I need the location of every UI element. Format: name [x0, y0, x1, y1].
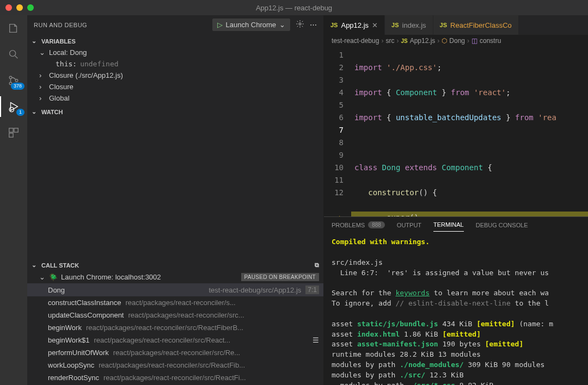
breadcrumb[interactable]: test-react-debug› src› JS App12.js› ⬡ Do…: [324, 35, 588, 47]
svg-rect-7: [9, 133, 13, 137]
chevron-down-icon: ⌄: [39, 273, 46, 281]
extensions-icon[interactable]: [6, 125, 21, 140]
close-window[interactable]: [5, 4, 12, 11]
panel-tab-problems[interactable]: PROBLEMS 888: [332, 221, 385, 232]
svg-rect-5: [9, 128, 13, 132]
pause-status: PAUSED ON BREAKPOINT: [241, 273, 319, 281]
svg-rect-6: [14, 128, 18, 132]
bug-icon: 🪲: [49, 273, 58, 281]
stack-frame[interactable]: performUnitOfWork react/packages/react-r…: [27, 346, 323, 359]
chevron-down-icon: ⌄: [32, 262, 38, 269]
chevron-right-icon: ›: [39, 83, 46, 91]
scope-closure-file[interactable]: › Closure (./src/App12.js): [27, 70, 323, 81]
tab-reactfiber[interactable]: JS ReactFiberClassCo: [433, 15, 519, 35]
class-icon: ⬡: [442, 37, 447, 45]
bottom-panel: PROBLEMS 888 OUTPUT TERMINAL DEBUG CONSO…: [324, 216, 588, 385]
sidebar-title: RUN AND DEBUG: [34, 22, 207, 28]
chevron-down-icon: ⌄: [279, 21, 285, 29]
js-file-icon: JS: [330, 22, 338, 28]
watch-section-header[interactable]: ⌄ WATCH: [27, 106, 323, 117]
stack-frame[interactable]: constructClassInstance react/packages/re…: [27, 296, 323, 309]
scm-badge: 378: [11, 83, 24, 90]
execution-pointer-icon: ▷: [339, 212, 344, 216]
chevron-right-icon: ›: [39, 94, 46, 102]
panel-tab-debug-console[interactable]: DEBUG CONSOLE: [476, 221, 528, 232]
stack-frame[interactable]: beginWork react/packages/react-reconcile…: [27, 321, 323, 334]
terminal-output[interactable]: Compiled with warnings. src/index.js Lin…: [324, 232, 588, 385]
editor-tabs: JS App12.js ✕ JS index.js JS ReactFiberC…: [324, 15, 588, 35]
tab-app12[interactable]: JS App12.js ✕: [324, 15, 385, 35]
stack-frame[interactable]: beginWork$1 react/packages/react-reconci…: [27, 334, 323, 346]
titlebar: App12.js — react-debug: [0, 0, 588, 15]
js-file-icon: JS: [440, 22, 447, 28]
activity-bar: 378 1: [0, 15, 27, 385]
code-editor[interactable]: 1 2 3 4 5 6 7 8 9 10 11 12 import './App…: [324, 47, 588, 216]
source-control-icon[interactable]: 378: [6, 73, 21, 88]
window-title: App12.js — react-debug: [256, 4, 332, 12]
explorer-icon[interactable]: [6, 21, 21, 36]
variable-row[interactable]: this: undefined: [27, 58, 323, 70]
run-debug-icon[interactable]: 1: [6, 99, 21, 114]
method-icon: ◫: [471, 37, 477, 45]
svg-point-0: [10, 51, 16, 57]
variables-section-header[interactable]: ⌄ VARIABLES: [27, 35, 323, 47]
code-content[interactable]: import './App.css'; import { Component }…: [351, 47, 588, 216]
minimize-window[interactable]: [16, 4, 23, 11]
scope-closure[interactable]: › Closure: [27, 81, 323, 92]
callstack-section-header[interactable]: ⌄ CALL STACK ⧉: [27, 259, 323, 271]
panel-tab-terminal[interactable]: TERMINAL: [433, 221, 464, 232]
chevron-right-icon: ›: [39, 71, 46, 79]
launch-config-select[interactable]: ▷ Launch Chrome ⌄: [212, 18, 291, 31]
chevron-down-icon: ⌄: [39, 48, 46, 57]
maximize-window[interactable]: [27, 4, 34, 11]
callstack-launch[interactable]: ⌄ 🪲 Launch Chrome: localhost:3002 PAUSED…: [27, 271, 323, 283]
chevron-down-icon: ⌄: [32, 108, 38, 115]
svg-point-3: [15, 79, 18, 82]
gear-icon[interactable]: [296, 20, 304, 30]
chevron-down-icon: ⌄: [32, 38, 38, 45]
panel-tab-output[interactable]: OUTPUT: [397, 221, 421, 232]
close-icon[interactable]: ✕: [372, 21, 378, 29]
sidebar: RUN AND DEBUG ▷ Launch Chrome ⌄ ⋯ ⌄ VARI…: [27, 15, 324, 385]
search-icon[interactable]: [6, 47, 21, 62]
js-file-icon: JS: [401, 38, 407, 44]
stack-frame[interactable]: renderRootSync react/packages/react-reco…: [27, 371, 323, 384]
more-icon[interactable]: ⋯: [310, 21, 317, 29]
problems-count: 888: [368, 221, 385, 228]
svg-point-1: [9, 76, 12, 79]
stack-frame[interactable]: updateClassComponent react/packages/reac…: [27, 309, 323, 321]
debug-badge: 1: [16, 109, 24, 116]
play-icon: ▷: [217, 21, 223, 29]
scope-global[interactable]: › Global: [27, 92, 323, 104]
collapse-icon[interactable]: ⧉: [315, 262, 319, 269]
stack-frame[interactable]: workLoopSync react/packages/react-reconc…: [27, 359, 323, 371]
editor-panel: JS App12.js ✕ JS index.js JS ReactFiberC…: [324, 15, 588, 385]
svg-point-8: [299, 23, 301, 25]
line-numbers: 1 2 3 4 5 6 7 8 9 10 11 12: [324, 47, 351, 216]
stack-frame[interactable]: Dong test-react-debug/src/App12.js 7:1: [27, 283, 323, 296]
tab-index[interactable]: JS index.js: [385, 15, 433, 35]
scope-local[interactable]: ⌄ Local: Dong: [27, 47, 323, 58]
js-file-icon: JS: [391, 22, 399, 28]
step-icon[interactable]: ☰: [313, 336, 319, 344]
